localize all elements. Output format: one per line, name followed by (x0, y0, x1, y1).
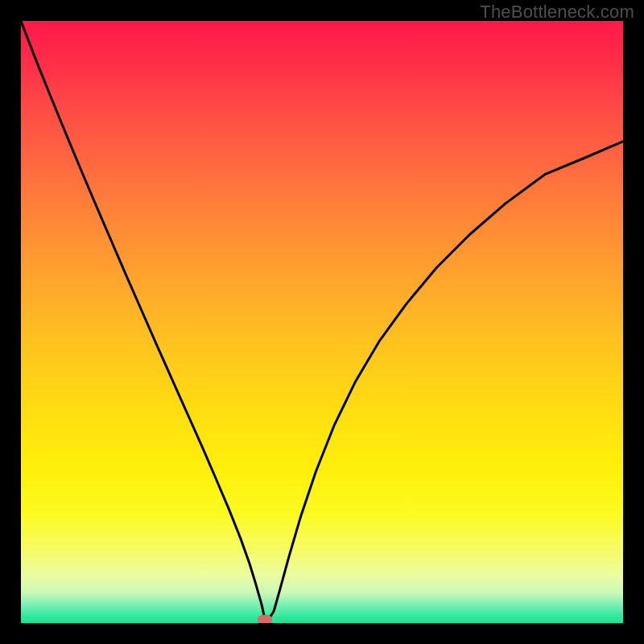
watermark-text: TheBottleneck.com (480, 2, 634, 23)
plot-area (21, 21, 623, 623)
optimal-point-marker (258, 615, 272, 623)
bottleneck-curve (21, 21, 623, 623)
chart-frame: TheBottleneck.com (0, 0, 644, 644)
